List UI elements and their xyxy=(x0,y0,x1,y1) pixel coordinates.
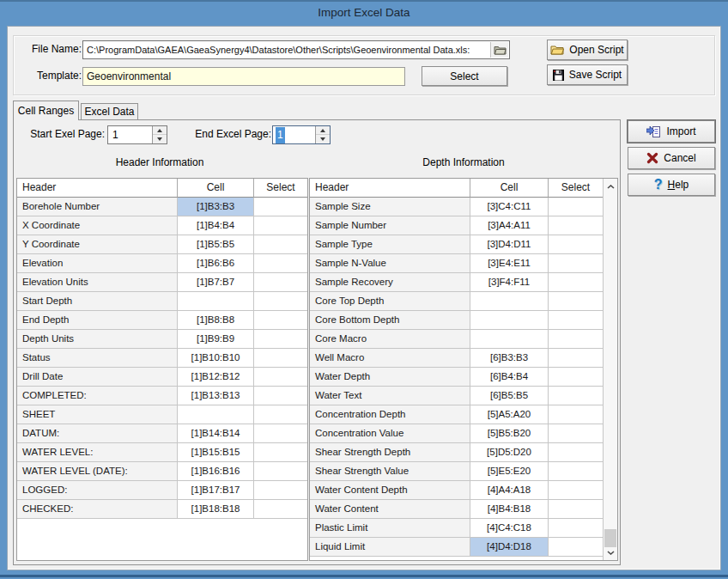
select-cell[interactable] xyxy=(549,462,603,481)
tab-excel-data[interactable]: Excel Data xyxy=(81,103,138,120)
select-cell[interactable] xyxy=(549,235,603,254)
cell-range-cell[interactable]: [1]B8:B8 xyxy=(178,311,254,330)
cell-range-cell[interactable]: [3]A4:A11 xyxy=(470,216,549,235)
select-cell[interactable] xyxy=(549,500,603,519)
cell-range-cell[interactable]: [1]B17:B17 xyxy=(178,481,254,500)
cell-range-cell[interactable]: [4]A4:A18 xyxy=(470,481,549,500)
cell-range-cell[interactable]: [4]C4:C18 xyxy=(470,519,549,538)
select-template-button[interactable]: Select xyxy=(422,66,507,86)
cell-range-cell[interactable]: [4]B4:B18 xyxy=(470,500,549,519)
start-page-spinner[interactable]: 1 xyxy=(107,125,167,144)
select-cell[interactable] xyxy=(254,273,307,292)
header-information-title: Header Information xyxy=(14,156,306,168)
cell-range-cell[interactable] xyxy=(470,330,549,349)
select-cell[interactable] xyxy=(254,500,307,519)
select-cell[interactable] xyxy=(549,216,603,235)
help-question-icon: ? xyxy=(654,177,663,192)
cell-range-cell[interactable] xyxy=(470,311,549,330)
cell-range-cell[interactable]: [1]B5:B5 xyxy=(178,235,254,254)
browse-file-button[interactable] xyxy=(490,42,508,58)
cell-range-cell[interactable]: [5]A5:A20 xyxy=(470,405,549,424)
select-cell[interactable] xyxy=(549,273,603,292)
cell-range-cell[interactable]: [1]B13:B13 xyxy=(178,387,254,405)
spin-up-button[interactable] xyxy=(153,126,167,135)
cell-range-cell[interactable]: [1]B7:B7 xyxy=(178,273,254,292)
start-page-value: 1 xyxy=(111,127,120,143)
end-page-spinner[interactable]: 1 xyxy=(272,125,331,144)
cell-range-cell[interactable]: [3]F4:F11 xyxy=(470,273,549,292)
cancel-button[interactable]: Cancel xyxy=(628,147,715,169)
cell-range-cell[interactable] xyxy=(178,292,254,311)
cell-range-cell[interactable]: [1]B14:B14 xyxy=(178,424,254,443)
scroll-down-button[interactable] xyxy=(604,545,617,559)
file-name-input[interactable]: C:\ProgramData\GAEA\GaeaSynergy4\Datasto… xyxy=(82,40,510,59)
select-cell[interactable] xyxy=(254,254,307,273)
select-cell[interactable] xyxy=(549,349,603,368)
cell-range-cell[interactable]: [5]D5:D20 xyxy=(470,443,549,462)
cell-range-cell[interactable]: [5]E5:E20 xyxy=(470,462,549,481)
cell-range-cell[interactable]: [1]B15:B15 xyxy=(178,443,254,462)
cell-range-cell[interactable]: [6]B3:B3 xyxy=(470,349,549,368)
select-cell[interactable] xyxy=(254,198,307,216)
select-cell[interactable] xyxy=(254,292,307,311)
cell-range-cell[interactable]: [3]E4:E11 xyxy=(470,254,549,273)
select-cell[interactable] xyxy=(254,349,307,368)
cell-range-cell[interactable]: [3]D4:D11 xyxy=(470,235,549,254)
select-cell[interactable] xyxy=(549,387,603,405)
cell-range-cell[interactable]: [1]B3:B3 xyxy=(178,198,254,216)
select-cell[interactable] xyxy=(549,405,603,424)
select-cell[interactable] xyxy=(549,519,603,538)
spin-down-button[interactable] xyxy=(316,135,330,143)
column-select: Select xyxy=(549,179,603,198)
table-row: Concentration Depth[5]A5:A20 xyxy=(310,405,603,424)
select-cell[interactable] xyxy=(254,235,307,254)
cell-range-cell[interactable]: [6]B5:B5 xyxy=(470,387,549,405)
cell-range-cell[interactable]: [6]B4:B4 xyxy=(470,368,549,387)
row-header-cell: Well Macro xyxy=(310,349,470,368)
select-cell[interactable] xyxy=(254,443,307,462)
cell-range-cell[interactable]: [1]B10:B10 xyxy=(178,349,254,368)
select-cell[interactable] xyxy=(254,216,307,235)
cell-range-cell[interactable]: [3]C4:C11 xyxy=(470,198,549,216)
scroll-up-button[interactable] xyxy=(604,180,617,193)
select-cell[interactable] xyxy=(549,198,603,216)
vertical-scrollbar[interactable] xyxy=(603,179,617,560)
select-cell[interactable] xyxy=(549,311,603,330)
cell-range-cell[interactable]: [5]B5:B20 xyxy=(470,424,549,443)
cell-range-cell[interactable]: [1]B18:B18 xyxy=(178,500,254,519)
select-cell[interactable] xyxy=(254,481,307,500)
cell-range-cell[interactable]: [1]B9:B9 xyxy=(178,330,254,349)
cell-range-cell[interactable]: [1]B4:B4 xyxy=(178,216,254,235)
select-cell[interactable] xyxy=(549,330,603,349)
select-cell[interactable] xyxy=(254,424,307,443)
select-cell[interactable] xyxy=(549,538,603,557)
template-input[interactable]: Geoenvironmental xyxy=(82,67,405,86)
cell-range-cell[interactable]: [1]B16:B16 xyxy=(178,462,254,481)
spin-down-button[interactable] xyxy=(153,135,167,143)
import-button[interactable]: Import xyxy=(628,120,715,143)
select-cell[interactable] xyxy=(254,330,307,349)
select-cell[interactable] xyxy=(549,254,603,273)
folder-browse-icon xyxy=(494,46,507,55)
cell-range-cell[interactable]: [1]B6:B6 xyxy=(178,254,254,273)
select-cell[interactable] xyxy=(254,462,307,481)
save-script-button[interactable]: Save Script xyxy=(547,64,628,85)
select-cell[interactable] xyxy=(254,405,307,424)
select-cell[interactable] xyxy=(549,424,603,443)
help-button[interactable]: ? Help xyxy=(628,174,715,196)
cell-range-cell[interactable]: [1]B12:B12 xyxy=(178,368,254,387)
scrollbar-thumb[interactable] xyxy=(604,529,616,547)
select-cell[interactable] xyxy=(549,368,603,387)
select-cell[interactable] xyxy=(254,311,307,330)
select-cell[interactable] xyxy=(254,387,307,405)
open-script-button[interactable]: Open Script xyxy=(547,40,628,60)
select-cell[interactable] xyxy=(254,368,307,387)
select-cell[interactable] xyxy=(549,292,603,311)
cell-range-cell[interactable] xyxy=(178,405,254,424)
tab-cell-ranges[interactable]: Cell Ranges xyxy=(13,101,79,120)
select-cell[interactable] xyxy=(549,481,603,500)
select-cell[interactable] xyxy=(549,443,603,462)
cell-range-cell[interactable] xyxy=(470,292,549,311)
cell-range-cell[interactable]: [4]D4:D18 xyxy=(470,538,549,557)
spin-up-button[interactable] xyxy=(316,126,330,135)
